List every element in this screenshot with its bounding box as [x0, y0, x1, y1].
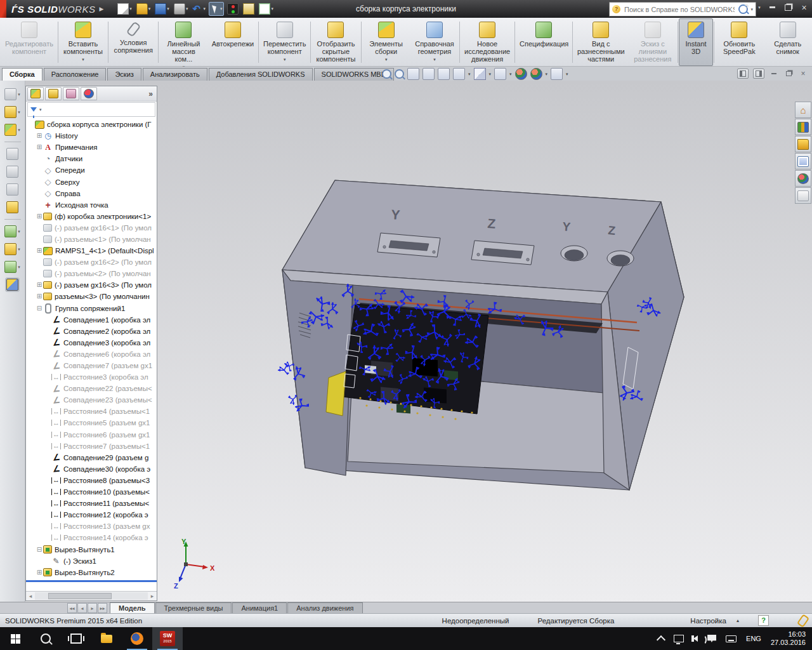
tabs-overflow-chevron[interactable]: »: [148, 90, 153, 98]
tree-item-27[interactable]: Расстояние6 (разъем gx1: [26, 429, 157, 441]
select-cursor-icon-dropdown[interactable]: ▾: [220, 6, 223, 11]
apply-scene-icon[interactable]: [530, 68, 542, 80]
print-icon-dropdown[interactable]: ▾: [186, 6, 188, 11]
view-orientation-icon-dropdown[interactable]: ▾: [489, 72, 492, 77]
tab-добавления-solidworks[interactable]: Добавления SOLIDWORKS: [209, 68, 313, 81]
restore-button[interactable]: [783, 3, 794, 12]
file-explorer-icon[interactable]: [795, 136, 811, 152]
move-component-button[interactable]: Переместить компонент▾: [259, 18, 310, 66]
view-settings-icon[interactable]: [551, 68, 563, 80]
file-explorer-button[interactable]: [91, 627, 122, 650]
language-indicator[interactable]: ENG: [746, 635, 761, 642]
sketch-tool-icon[interactable]: ▾: [4, 243, 20, 255]
scroll-left-icon[interactable]: ◂: [26, 593, 35, 599]
instant3d-icon[interactable]: [6, 279, 18, 291]
home-icon[interactable]: ⌂: [795, 102, 811, 118]
tab-эскиз[interactable]: Эскиз: [107, 68, 141, 81]
expander-icon[interactable]: ⊞: [36, 247, 43, 255]
zoom-selection-icon[interactable]: [407, 68, 419, 80]
section-view-icon[interactable]: [453, 68, 465, 80]
pattern-grid-icon[interactable]: ▾: [4, 225, 20, 237]
tree-item-28[interactable]: Расстояние7 (разъемы<1: [26, 441, 157, 452]
minimize-doc-icon[interactable]: [769, 69, 779, 78]
displaymanager-tab[interactable]: [81, 87, 97, 100]
component-icon-dropdown[interactable]: ▾: [18, 110, 20, 115]
traffic-light-icon[interactable]: [226, 2, 240, 16]
configurationmanager-tab[interactable]: [63, 87, 79, 100]
tree-item-33[interactable]: Расстояние11 (разъемы<: [26, 498, 157, 509]
display-style-icon[interactable]: [494, 68, 506, 80]
help-dropdown-icon[interactable]: ▾: [757, 3, 762, 12]
move-component-dropdown-icon[interactable]: ▾: [284, 56, 286, 63]
tree-item-21[interactable]: Совпадение7 (разъем gx1: [26, 360, 157, 371]
show-hidden-button[interactable]: Отобразить скрытые компоненты: [311, 18, 360, 66]
tree-item-20[interactable]: Совпадение6 (коробка эл: [26, 348, 157, 360]
expander-icon[interactable]: ⊞: [36, 281, 43, 289]
zoom-area-icon[interactable]: [395, 69, 404, 79]
options-icon[interactable]: [242, 2, 256, 16]
tree-item-7[interactable]: Исходная точка: [26, 199, 157, 211]
copy-appearance-icon-dropdown[interactable]: ▾: [18, 92, 20, 97]
tree-item-24[interactable]: Совпадение23 (разъемы<: [26, 394, 157, 406]
volume-icon[interactable]: [693, 635, 698, 642]
expander-icon[interactable]: ⊞: [36, 569, 43, 576]
assembly-features-button[interactable]: Элементы сборки▾: [362, 18, 410, 66]
tree-item-4[interactable]: Спереди: [26, 164, 157, 176]
tray-expand-icon[interactable]: [657, 635, 665, 644]
select-cursor-icon[interactable]: ▾: [209, 2, 225, 16]
mate-button[interactable]: Условия сопряжения: [109, 18, 157, 66]
tab-расположение[interactable]: Расположение: [44, 68, 107, 81]
checklist-icon-dropdown[interactable]: ▾: [271, 6, 273, 11]
save-icon[interactable]: ▾: [154, 2, 171, 16]
magic-select-icon[interactable]: [6, 201, 18, 213]
tree-item-36[interactable]: Расстояние14 (коробка э: [26, 532, 157, 543]
firefox-button[interactable]: [122, 627, 152, 650]
undo-icon[interactable]: ↶▾: [191, 3, 207, 15]
custom-status[interactable]: Настройка: [690, 617, 726, 625]
appearance-sphere-icon-dropdown[interactable]: ▾: [18, 128, 20, 133]
custom-properties-icon[interactable]: [795, 187, 811, 204]
pane-left-icon[interactable]: [737, 69, 749, 79]
previous-view-icon[interactable]: [422, 68, 435, 80]
display-style-icon-dropdown[interactable]: ▾: [509, 72, 512, 77]
minimize-button[interactable]: [767, 3, 778, 12]
print-icon[interactable]: ▾: [173, 2, 190, 16]
undo-icon-dropdown[interactable]: ▾: [203, 6, 206, 11]
network-icon[interactable]: [674, 635, 684, 642]
tree-item-3[interactable]: Датчики: [26, 153, 157, 164]
tree-item-38[interactable]: (-) Эскиз1: [26, 555, 157, 567]
rotate-view-icon[interactable]: [438, 68, 450, 80]
appearance-sphere-icon[interactable]: ▾: [4, 124, 20, 136]
view-palette-icon[interactable]: [795, 153, 811, 169]
next-tab-icon[interactable]: ▸: [88, 603, 97, 613]
tree-item-37[interactable]: ⊟Вырез-Вытянуть1: [26, 543, 157, 555]
tree-item-32[interactable]: Расстояние10 (разъемы<: [26, 486, 157, 498]
edit-appearance-icon[interactable]: [515, 68, 527, 80]
tree-item-17[interactable]: Совпадение1 (коробка эл: [26, 314, 157, 326]
tree-item-2[interactable]: ⊞Примечания: [26, 142, 157, 153]
doc-tab-1[interactable]: Трехмерные виды: [155, 602, 232, 614]
smart-fasteners-button[interactable]: Автокрепежи: [208, 18, 258, 66]
tree-item-25[interactable]: Расстояние4 (разъемы<1: [26, 406, 157, 417]
spline-icon[interactable]: ▾: [4, 261, 20, 273]
close-button[interactable]: ×: [799, 3, 809, 12]
doc-tab-0[interactable]: Модель: [110, 602, 155, 614]
last-tab-icon[interactable]: ▸▸: [98, 603, 107, 613]
linear-pattern-button[interactable]: Линейный массив ком...▾: [159, 18, 207, 66]
checklist-icon[interactable]: ▾: [258, 2, 275, 16]
expander-icon[interactable]: ⊞: [36, 132, 43, 140]
doc-tab-2[interactable]: Анимация1: [232, 602, 287, 614]
rollback-bar[interactable]: [26, 580, 157, 582]
tab-сборка[interactable]: Сборка: [2, 68, 43, 81]
publish-icon[interactable]: [6, 148, 18, 160]
filter-dropdown-icon[interactable]: ▾: [39, 107, 42, 112]
clock[interactable]: 16:03 27.03.2016: [771, 630, 806, 647]
restore-doc-icon[interactable]: [783, 69, 794, 78]
assembly-features-dropdown-icon[interactable]: ▾: [385, 56, 388, 63]
search-input[interactable]: [623, 5, 736, 14]
save-icon-dropdown[interactable]: ▾: [167, 6, 169, 11]
component-icon[interactable]: ▾: [4, 106, 20, 118]
reference-geometry-dropdown-icon[interactable]: ▾: [433, 56, 436, 63]
tree-item-39[interactable]: ⊞Вырез-Вытянуть2: [26, 567, 157, 578]
bill-of-materials-button[interactable]: Спецификация: [516, 18, 572, 66]
